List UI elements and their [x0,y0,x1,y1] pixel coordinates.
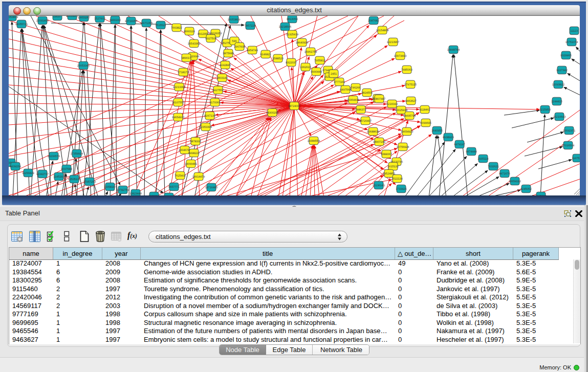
svg-text:2718170: 2718170 [178,71,188,74]
svg-text:9463627: 9463627 [405,100,416,103]
svg-text:20053346: 20053346 [77,64,90,68]
svg-text:8322037: 8322037 [286,61,296,64]
svg-text:3215953: 3215953 [539,108,550,112]
svg-text:10688639: 10688639 [367,130,379,134]
svg-text:17016504: 17016504 [562,144,574,147]
svg-text:2087682: 2087682 [368,19,379,23]
svg-text:1588520: 1588520 [272,57,283,60]
svg-text:7886372: 7886372 [355,108,366,112]
svg-text:15692371: 15692371 [563,129,575,133]
svg-text:17975115: 17975115 [404,83,417,86]
svg-text:12213967: 12213967 [387,41,399,44]
svg-text:1362615: 1362615 [300,66,311,69]
svg-text:10653267: 10653267 [78,16,90,19]
svg-text:1640955: 1640955 [431,129,442,133]
svg-text:11325419: 11325419 [286,33,298,36]
svg-text:6479197: 6479197 [454,143,465,146]
svg-text:6216043: 6216043 [386,103,397,106]
svg-text:9657771: 9657771 [168,186,179,189]
svg-text:6099695: 6099695 [420,122,431,125]
svg-text:10807487: 10807487 [373,98,385,101]
svg-text:8471676: 8471676 [499,172,510,176]
svg-text:10756928: 10756928 [397,146,409,149]
svg-text:7485063: 7485063 [401,69,412,72]
svg-text:9498222: 9498222 [188,152,199,155]
svg-text:16961758: 16961758 [304,51,317,54]
svg-text:18640910: 18640910 [296,41,308,45]
svg-text:20206576: 20206576 [48,155,60,158]
svg-text:9146821: 9146821 [260,53,271,56]
svg-text:9118462: 9118462 [419,108,430,112]
svg-text:12823446: 12823446 [129,192,142,195]
svg-text:7955812: 7955812 [314,59,325,62]
svg-text:19037: 19037 [53,16,61,18]
svg-text:7632621: 7632621 [488,165,498,168]
svg-text:10653267: 10653267 [66,16,78,18]
svg-text:12093822: 12093822 [552,83,564,86]
svg-text:12342737: 12342737 [36,173,49,176]
svg-text:7625402: 7625402 [175,174,185,178]
svg-text:2803144: 2803144 [216,77,227,80]
svg-text:9439154: 9439154 [10,165,20,168]
svg-text:9227342: 9227342 [556,69,567,72]
svg-text:12213363: 12213363 [173,86,185,89]
svg-text:1733426: 1733426 [396,188,406,191]
svg-text:15751074: 15751074 [565,41,578,44]
svg-text:19654933: 19654933 [172,116,184,119]
svg-text:16053809: 16053809 [228,18,240,21]
svg-text:8466160: 8466160 [110,19,120,22]
svg-text:12505135: 12505135 [68,178,80,181]
svg-text:11123: 11123 [571,30,578,33]
svg-text:15720407: 15720407 [359,120,372,123]
svg-text:18495794: 18495794 [403,115,416,118]
svg-text:17957253: 17957253 [83,181,96,184]
svg-text:14914479: 14914479 [192,176,205,179]
svg-text:3878332: 3878332 [190,140,201,143]
svg-text:9245052: 9245052 [520,188,531,191]
svg-text:7515521: 7515521 [155,24,166,27]
svg-text:1615132: 1615132 [387,165,398,168]
svg-text:8660124: 8660124 [184,30,194,33]
svg-text:13716485: 13716485 [205,186,217,189]
svg-text:989017: 989017 [182,57,191,60]
svg-text:9170065: 9170065 [209,101,220,104]
svg-text:16210643: 16210643 [553,116,565,119]
svg-text:12353394: 12353394 [200,126,212,129]
svg-text:2935114: 2935114 [477,158,488,161]
svg-text:20364436: 20364436 [347,99,359,102]
svg-text:2967608: 2967608 [234,46,245,49]
svg-text:9384067: 9384067 [381,153,391,156]
svg-text:2451: 2451 [331,73,337,76]
svg-text:10154808: 10154808 [376,29,388,32]
svg-text:19218506: 19218506 [279,26,291,29]
svg-text:16848784: 16848784 [447,49,460,52]
svg-text:1244415: 1244415 [551,100,562,103]
svg-text:19654923: 19654923 [401,130,413,134]
svg-text:1167533: 1167533 [572,157,580,160]
svg-text:8938923: 8938923 [443,136,453,139]
svg-text:9097588: 9097588 [61,168,72,171]
svg-text:14099481: 14099481 [185,163,197,166]
svg-text:7663822: 7663822 [171,27,182,30]
svg-text:1527602: 1527602 [94,17,105,20]
svg-text:8813054: 8813054 [287,18,297,21]
svg-text:1145193: 1145193 [53,176,64,179]
svg-text:10025438: 10025438 [395,109,407,112]
svg-text:8427552: 8427552 [212,89,223,92]
svg-text:16543362: 16543362 [188,42,200,46]
svg-text:18907249: 18907249 [373,141,385,144]
svg-text:6497568: 6497568 [340,89,351,92]
svg-text:17359924: 17359924 [71,152,83,156]
svg-text:10782759: 10782759 [117,189,129,192]
svg-text:18724007: 18724007 [288,105,300,108]
svg-text:8267130: 8267130 [204,115,215,118]
svg-text:15136141: 15136141 [373,184,385,187]
svg-text:2522134: 2522134 [391,178,402,181]
svg-text:3824554: 3824554 [361,92,372,95]
svg-text:18300295: 18300295 [266,112,278,115]
svg-text:14055721: 14055721 [15,23,28,26]
svg-text:9327509: 9327509 [205,37,216,40]
svg-text:22091406: 22091406 [36,19,49,23]
svg-text:10719155: 10719155 [125,20,137,23]
svg-text:9777169: 9777169 [334,81,344,84]
